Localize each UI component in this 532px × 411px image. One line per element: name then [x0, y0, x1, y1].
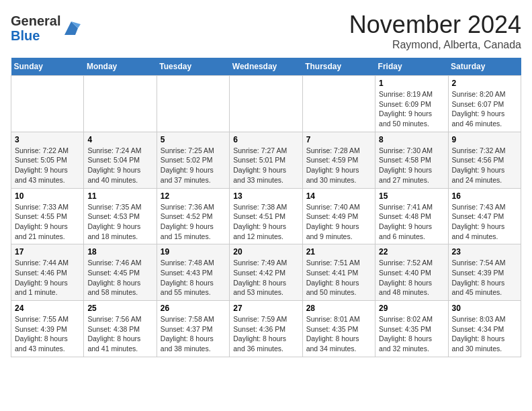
day-cell: 13Sunrise: 7:38 AM Sunset: 4:51 PM Dayli… — [230, 188, 302, 244]
day-cell: 14Sunrise: 7:40 AM Sunset: 4:49 PM Dayli… — [302, 188, 375, 244]
col-header-friday: Friday — [375, 58, 448, 76]
logo: General Blue — [11, 13, 81, 43]
day-number: 29 — [379, 304, 444, 313]
logo-blue: Blue — [11, 28, 40, 43]
day-number: 22 — [379, 247, 444, 257]
day-cell: 19Sunrise: 7:48 AM Sunset: 4:43 PM Dayli… — [157, 244, 229, 301]
day-number: 3 — [15, 135, 80, 144]
day-number: 19 — [161, 247, 226, 257]
day-number: 11 — [87, 191, 152, 201]
day-cell: 24Sunrise: 7:55 AM Sunset: 4:39 PM Dayli… — [11, 301, 84, 357]
day-number: 16 — [452, 191, 517, 201]
day-number: 9 — [452, 135, 517, 144]
day-cell: 17Sunrise: 7:44 AM Sunset: 4:46 PM Dayli… — [11, 244, 84, 301]
day-info: Sunrise: 7:51 AM Sunset: 4:41 PM Dayligh… — [306, 258, 371, 298]
day-cell — [302, 76, 375, 132]
day-number: 24 — [15, 304, 80, 313]
day-cell: 18Sunrise: 7:46 AM Sunset: 4:45 PM Dayli… — [84, 244, 157, 301]
day-cell: 5Sunrise: 7:25 AM Sunset: 5:02 PM Daylig… — [157, 132, 229, 188]
logo-general: General — [11, 13, 60, 28]
title-area: November 2024 Raymond, Alberta, Canada — [349, 11, 521, 51]
day-number: 17 — [15, 247, 80, 257]
day-cell: 11Sunrise: 7:35 AM Sunset: 4:53 PM Dayli… — [84, 188, 157, 244]
day-cell — [230, 76, 302, 132]
day-cell — [11, 76, 84, 132]
day-cell: 1Sunrise: 8:19 AM Sunset: 6:09 PM Daylig… — [375, 76, 448, 132]
day-number: 20 — [233, 247, 298, 257]
day-info: Sunrise: 7:52 AM Sunset: 4:40 PM Dayligh… — [379, 258, 444, 298]
day-number: 6 — [233, 135, 298, 144]
day-cell: 8Sunrise: 7:30 AM Sunset: 4:58 PM Daylig… — [375, 132, 448, 188]
day-info: Sunrise: 7:43 AM Sunset: 4:47 PM Dayligh… — [452, 202, 517, 242]
day-cell: 21Sunrise: 7:51 AM Sunset: 4:41 PM Dayli… — [302, 244, 375, 301]
day-number: 7 — [306, 135, 371, 144]
day-info: Sunrise: 8:02 AM Sunset: 4:35 PM Dayligh… — [379, 314, 444, 354]
day-number: 4 — [87, 135, 152, 144]
day-number: 8 — [379, 135, 444, 144]
day-cell: 6Sunrise: 7:27 AM Sunset: 5:01 PM Daylig… — [230, 132, 302, 188]
day-cell: 16Sunrise: 7:43 AM Sunset: 4:47 PM Dayli… — [448, 188, 521, 244]
day-cell: 3Sunrise: 7:22 AM Sunset: 5:05 PM Daylig… — [11, 132, 84, 188]
day-number: 27 — [233, 304, 298, 313]
day-cell: 12Sunrise: 7:36 AM Sunset: 4:52 PM Dayli… — [157, 188, 229, 244]
day-number: 30 — [452, 304, 517, 313]
day-info: Sunrise: 7:55 AM Sunset: 4:39 PM Dayligh… — [15, 314, 80, 354]
logo-text: General Blue — [11, 13, 60, 43]
day-number: 15 — [379, 191, 444, 201]
day-info: Sunrise: 7:44 AM Sunset: 4:46 PM Dayligh… — [15, 258, 80, 298]
day-number: 13 — [233, 191, 298, 201]
col-header-sunday: Sunday — [11, 58, 84, 76]
day-number: 26 — [161, 304, 226, 313]
day-info: Sunrise: 7:41 AM Sunset: 4:48 PM Dayligh… — [379, 202, 444, 242]
week-row-4: 24Sunrise: 7:55 AM Sunset: 4:39 PM Dayli… — [11, 301, 521, 357]
day-cell: 27Sunrise: 7:59 AM Sunset: 4:36 PM Dayli… — [230, 301, 302, 357]
day-info: Sunrise: 8:03 AM Sunset: 4:34 PM Dayligh… — [452, 314, 517, 354]
day-cell: 26Sunrise: 7:58 AM Sunset: 4:37 PM Dayli… — [157, 301, 229, 357]
day-info: Sunrise: 7:54 AM Sunset: 4:39 PM Dayligh… — [452, 258, 517, 298]
day-number: 25 — [87, 304, 152, 313]
day-number: 18 — [87, 247, 152, 257]
header: General Blue November 2024 Raymond, Albe… — [11, 11, 521, 51]
day-number: 21 — [306, 247, 371, 257]
col-header-tuesday: Tuesday — [157, 58, 229, 76]
calendar: SundayMondayTuesdayWednesdayThursdayFrid… — [11, 58, 521, 357]
day-info: Sunrise: 7:24 AM Sunset: 5:04 PM Dayligh… — [87, 146, 152, 185]
day-cell: 28Sunrise: 8:01 AM Sunset: 4:35 PM Dayli… — [302, 301, 375, 357]
day-number: 10 — [15, 191, 80, 201]
day-number: 5 — [161, 135, 226, 144]
day-info: Sunrise: 7:32 AM Sunset: 4:56 PM Dayligh… — [452, 146, 517, 185]
col-header-monday: Monday — [84, 58, 157, 76]
day-info: Sunrise: 7:59 AM Sunset: 4:36 PM Dayligh… — [233, 314, 298, 354]
day-cell: 10Sunrise: 7:33 AM Sunset: 4:55 PM Dayli… — [11, 188, 84, 244]
day-number: 23 — [452, 247, 517, 257]
day-number: 14 — [306, 191, 371, 201]
day-cell: 2Sunrise: 8:20 AM Sunset: 6:07 PM Daylig… — [448, 76, 521, 132]
day-info: Sunrise: 7:58 AM Sunset: 4:37 PM Dayligh… — [161, 314, 226, 354]
subtitle: Raymond, Alberta, Canada — [349, 39, 521, 51]
day-cell: 25Sunrise: 7:56 AM Sunset: 4:38 PM Dayli… — [84, 301, 157, 357]
col-header-thursday: Thursday — [302, 58, 375, 76]
day-cell — [157, 76, 229, 132]
day-info: Sunrise: 7:48 AM Sunset: 4:43 PM Dayligh… — [161, 258, 226, 298]
day-number: 1 — [379, 79, 444, 88]
day-info: Sunrise: 7:36 AM Sunset: 4:52 PM Dayligh… — [161, 202, 226, 242]
day-info: Sunrise: 7:35 AM Sunset: 4:53 PM Dayligh… — [87, 202, 152, 242]
day-info: Sunrise: 7:46 AM Sunset: 4:45 PM Dayligh… — [87, 258, 152, 298]
day-number: 28 — [306, 304, 371, 313]
day-info: Sunrise: 7:38 AM Sunset: 4:51 PM Dayligh… — [233, 202, 298, 242]
day-number: 2 — [452, 79, 517, 88]
day-info: Sunrise: 8:20 AM Sunset: 6:07 PM Dayligh… — [452, 89, 517, 129]
day-info: Sunrise: 7:27 AM Sunset: 5:01 PM Dayligh… — [233, 146, 298, 185]
col-header-wednesday: Wednesday — [230, 58, 302, 76]
day-info: Sunrise: 8:19 AM Sunset: 6:09 PM Dayligh… — [379, 89, 444, 129]
week-row-2: 10Sunrise: 7:33 AM Sunset: 4:55 PM Dayli… — [11, 188, 521, 244]
day-cell: 20Sunrise: 7:49 AM Sunset: 4:42 PM Dayli… — [230, 244, 302, 301]
day-info: Sunrise: 7:28 AM Sunset: 4:59 PM Dayligh… — [306, 146, 371, 185]
header-row: SundayMondayTuesdayWednesdayThursdayFrid… — [11, 58, 521, 76]
day-cell: 29Sunrise: 8:02 AM Sunset: 4:35 PM Dayli… — [375, 301, 448, 357]
day-cell: 23Sunrise: 7:54 AM Sunset: 4:39 PM Dayli… — [448, 244, 521, 301]
day-cell: 22Sunrise: 7:52 AM Sunset: 4:40 PM Dayli… — [375, 244, 448, 301]
day-info: Sunrise: 7:40 AM Sunset: 4:49 PM Dayligh… — [306, 202, 371, 242]
logo-icon — [62, 19, 81, 38]
day-info: Sunrise: 7:49 AM Sunset: 4:42 PM Dayligh… — [233, 258, 298, 298]
